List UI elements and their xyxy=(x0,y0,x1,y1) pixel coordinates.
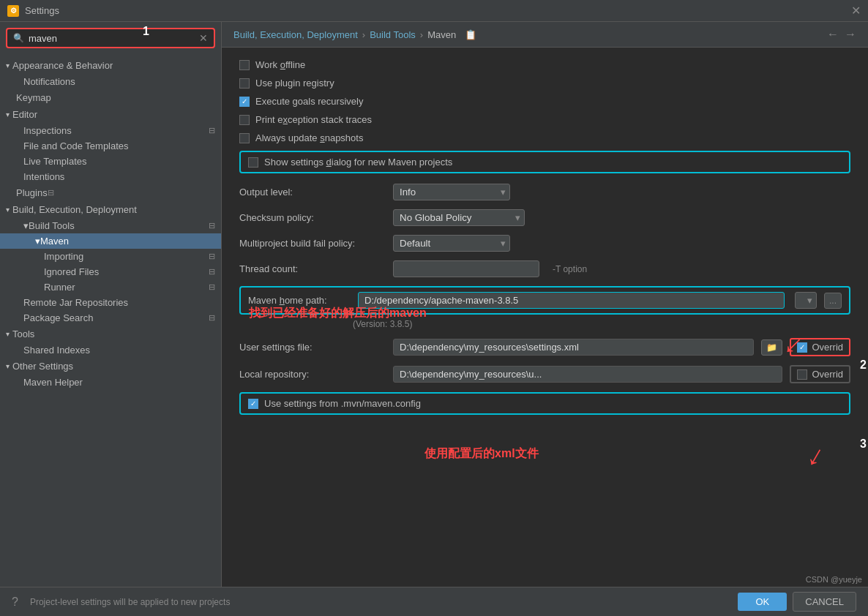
arrow-icon: ▾ xyxy=(6,61,10,70)
sidebar-item-tools[interactable]: ▾ Tools xyxy=(0,326,221,342)
checkbox-execute-goals: Execute goals recursively xyxy=(239,96,850,107)
multiproject-fail-select[interactable]: Default Never At End Immediately xyxy=(393,235,510,252)
use-settings-mvn-checkbox[interactable] xyxy=(248,399,258,409)
settings-icon: ⊟ xyxy=(48,188,54,198)
arrow-icon: ▾ xyxy=(6,362,10,370)
breadcrumb-build[interactable]: Build, Execution, Deployment xyxy=(233,29,358,40)
sidebar-item-editor[interactable]: ▾ Editor xyxy=(0,106,221,123)
checkbox-use-plugin: Use plugin registry xyxy=(239,78,850,89)
user-settings-row: User settings file: 📁 Overrid xyxy=(239,338,850,356)
sidebar-item-inspections[interactable]: Inspections ⊟ xyxy=(0,123,221,138)
multiproject-fail-select-wrapper: Default Never At End Immediately xyxy=(393,235,510,252)
breadcrumb-bar: Build, Execution, Deployment › Build Too… xyxy=(222,22,868,48)
maven-home-select[interactable] xyxy=(795,292,817,309)
nav-tree: ▾ Appearance & Behavior Notifications Ke… xyxy=(0,54,221,393)
settings-icon: ⊟ xyxy=(209,252,215,261)
local-repository-label: Local repository: xyxy=(239,369,386,380)
execute-goals-label: Execute goals recursively xyxy=(255,96,363,107)
sidebar-item-importing[interactable]: Importing ⊟ xyxy=(0,249,221,264)
local-repository-input[interactable] xyxy=(393,366,782,383)
user-settings-input[interactable] xyxy=(393,339,754,356)
sidebar-item-intentions[interactable]: Intentions xyxy=(0,169,221,184)
sidebar-item-maven-helper[interactable]: Maven Helper xyxy=(0,375,221,390)
work-offline-checkbox[interactable] xyxy=(239,60,250,70)
user-settings-browse-button[interactable]: 📁 xyxy=(761,339,782,356)
local-repository-row: Local repository: Overrid xyxy=(239,365,850,383)
execute-goals-checkbox[interactable] xyxy=(239,97,250,107)
sidebar-item-package-search[interactable]: Package Search ⊟ xyxy=(0,310,221,326)
main-layout: 🔍 ✕ ▾ Appearance & Behavior Notification… xyxy=(0,22,868,587)
work-offline-label: Work offline xyxy=(255,59,305,70)
bottom-bar: ? Project-level settings will be applied… xyxy=(0,587,868,616)
close-button[interactable]: ✕ xyxy=(851,4,861,18)
search-wrapper: 🔍 ✕ xyxy=(6,28,215,48)
checksum-policy-label: Checksum policy: xyxy=(239,212,386,223)
sidebar-item-remote-jar[interactable]: Remote Jar Repositories xyxy=(0,295,221,310)
settings-icon: ⊟ xyxy=(209,126,215,135)
nav-forward-button[interactable]: → xyxy=(845,28,856,41)
ok-button[interactable]: OK xyxy=(738,593,787,611)
sidebar-item-other-settings[interactable]: ▾ Other Settings xyxy=(0,358,221,375)
sidebar-item-label: Intentions xyxy=(23,171,64,182)
sidebar-item-ignored-files[interactable]: Ignored Files ⊟ xyxy=(0,264,221,279)
sidebar-item-appearance[interactable]: ▾ Appearance & Behavior xyxy=(0,57,221,74)
sidebar-item-label: Package Search xyxy=(23,312,93,323)
maven-home-label: Maven home path: xyxy=(248,295,351,306)
arrow-icon: ▾ xyxy=(23,220,29,231)
settings-icon: ⊟ xyxy=(209,221,215,230)
sidebar-item-shared-indexes[interactable]: Shared Indexes xyxy=(0,342,221,358)
maven-version-text: (Version: 3.8.5) xyxy=(353,319,850,329)
sidebar-item-maven[interactable]: ▾ Maven xyxy=(0,233,221,249)
cancel-button[interactable]: CANCEL xyxy=(793,592,856,612)
sidebar-item-build-tools[interactable]: ▾ Build Tools ⊟ xyxy=(0,218,221,233)
checksum-policy-select[interactable]: No Global Policy Warn Fail Ignore xyxy=(393,209,525,226)
user-settings-label: User settings file: xyxy=(239,342,386,353)
checkbox-print-exception: Print exception stack traces xyxy=(239,114,850,125)
sidebar-item-label: Appearance & Behavior xyxy=(12,60,113,71)
watermark: CSDN @yueyje xyxy=(806,575,862,584)
override-user-settings-checkbox[interactable] xyxy=(797,342,807,353)
always-update-checkbox[interactable] xyxy=(239,133,250,143)
use-plugin-label: Use plugin registry xyxy=(255,78,334,89)
arrow-icon: ▾ xyxy=(6,330,10,338)
override-local-repo-label: Overrid xyxy=(812,369,843,380)
output-level-row: Output level: Info Debug Warn Error xyxy=(239,184,850,200)
arrow-icon: ▾ xyxy=(35,236,40,247)
show-settings-dialog-checkbox[interactable] xyxy=(248,157,258,168)
settings-content: Work offline Use plugin registry Execute… xyxy=(222,48,868,587)
sidebar-item-label: Runner xyxy=(44,282,75,293)
help-button[interactable]: ? xyxy=(12,596,18,609)
maven-home-input[interactable] xyxy=(358,292,785,309)
search-clear-button[interactable]: ✕ xyxy=(199,32,208,44)
sidebar-item-keymap[interactable]: Keymap xyxy=(0,89,221,106)
nav-back-button[interactable]: ← xyxy=(827,28,839,41)
use-settings-mvn-row: Use settings from .mvn/maven.config xyxy=(239,392,850,415)
maven-home-browse-button[interactable]: ... xyxy=(824,293,842,309)
use-settings-mvn-label: Use settings from .mvn/maven.config xyxy=(264,398,421,409)
arrow-icon: ▾ xyxy=(6,206,10,214)
sidebar-item-notifications[interactable]: Notifications xyxy=(0,74,221,89)
sidebar-item-build-exec[interactable]: ▾ Build, Execution, Deployment xyxy=(0,201,221,218)
sidebar-item-label: Plugins xyxy=(16,187,48,198)
breadcrumb-sep2: › xyxy=(420,29,423,40)
sidebar-item-runner[interactable]: Runner ⊟ xyxy=(0,279,221,295)
checksum-policy-row: Checksum policy: No Global Policy Warn F… xyxy=(239,209,850,226)
sidebar-item-label: Other Settings xyxy=(12,361,73,372)
sidebar-item-label: Importing xyxy=(44,251,83,262)
breadcrumb-build-tools[interactable]: Build Tools xyxy=(370,29,416,40)
app-icon: ⚙ xyxy=(7,5,19,17)
sidebar-item-live-templates[interactable]: Live Templates xyxy=(0,154,221,169)
thread-count-input[interactable] xyxy=(393,260,539,277)
override-local-repo-checkbox[interactable] xyxy=(797,369,807,380)
search-box: 🔍 ✕ xyxy=(0,22,221,54)
use-plugin-checkbox[interactable] xyxy=(239,78,250,89)
sidebar-item-file-code-templates[interactable]: File and Code Templates xyxy=(0,138,221,154)
print-exception-checkbox[interactable] xyxy=(239,115,250,125)
search-input[interactable] xyxy=(29,33,199,44)
sidebar-item-label: Live Templates xyxy=(23,156,86,167)
settings-icon: ⊟ xyxy=(209,282,215,292)
sidebar-item-plugins[interactable]: Plugins ⊟ xyxy=(0,184,221,201)
output-level-select[interactable]: Info Debug Warn Error xyxy=(393,184,510,200)
t-option-label: -T option xyxy=(553,264,587,274)
status-text: Project-level settings will be applied t… xyxy=(24,597,733,607)
